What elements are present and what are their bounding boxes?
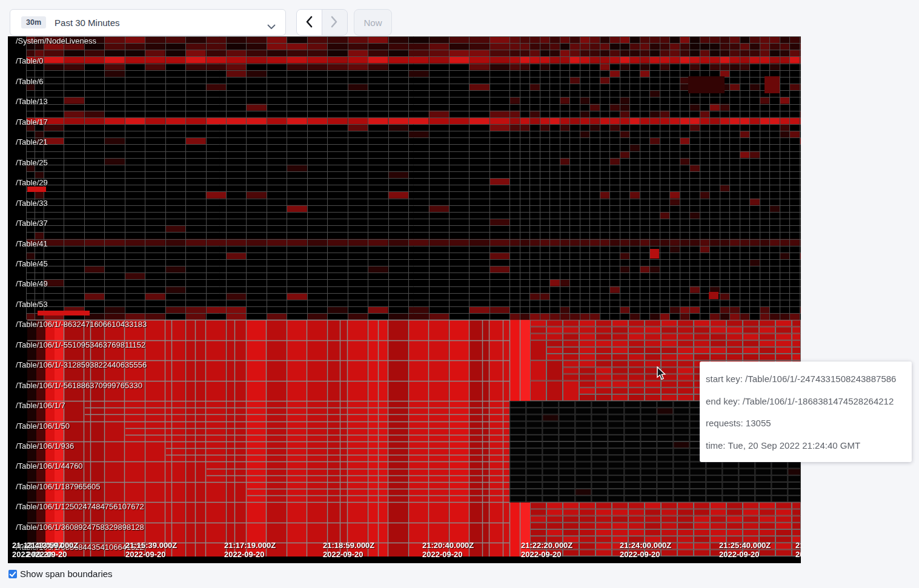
time-nav-group	[296, 9, 348, 36]
key-visualizer-heatmap[interactable]: /System/NodeLiveness/Table/0/Table/6/Tab…	[8, 36, 801, 563]
time-range-label: Past 30 Minutes	[55, 18, 120, 28]
chevron-right-icon	[331, 16, 338, 30]
show-span-boundaries-checkbox[interactable]	[8, 570, 17, 578]
now-button[interactable]: Now	[354, 9, 392, 36]
heatmap-canvas[interactable]	[8, 36, 801, 563]
show-span-boundaries-row: Show span boundaries	[8, 569, 113, 579]
tooltip-start-key: start key: /Table/106/1/-247433150824388…	[706, 368, 904, 391]
chevron-left-icon	[305, 16, 313, 30]
show-span-boundaries-label: Show span boundaries	[20, 569, 113, 579]
time-range-badge: 30m	[21, 16, 46, 29]
tooltip-requests: requests: 13055	[706, 412, 904, 435]
span-tooltip: start key: /Table/106/1/-247433150824388…	[700, 362, 912, 462]
prev-time-button[interactable]	[297, 10, 322, 35]
chevron-down-icon	[267, 21, 276, 32]
tooltip-end-key: end key: /Table/106/1/-18683814745282642…	[706, 391, 904, 413]
key-visualizer-page: 30m Past 30 Minutes Now /System/NodeLive…	[0, 0, 919, 588]
tooltip-time: time: Tue, 20 Sep 2022 21:24:40 GMT	[706, 435, 904, 457]
time-range-select[interactable]: 30m Past 30 Minutes	[10, 9, 286, 36]
next-time-button[interactable]	[322, 10, 348, 35]
